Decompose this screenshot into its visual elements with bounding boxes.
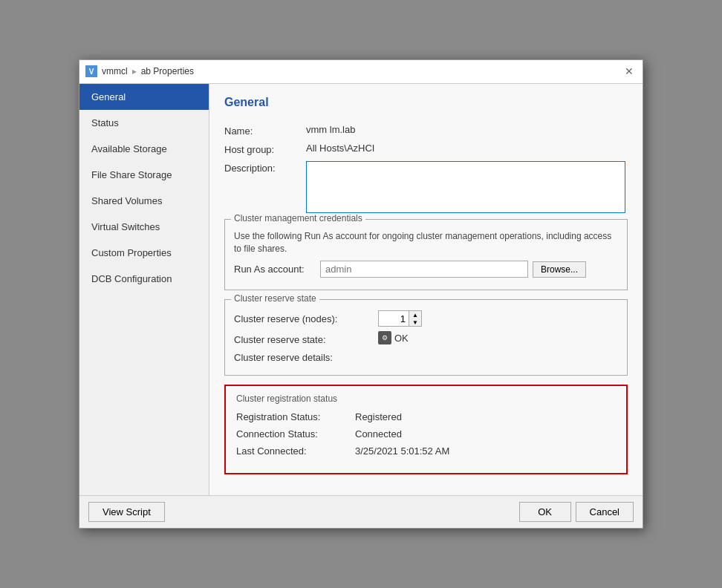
sidebar-item-virtual-switches[interactable]: Virtual Switches — [79, 214, 209, 240]
host-group-row: Host group: All Hosts\AzHCI — [224, 143, 628, 155]
sidebar-item-status[interactable]: Status — [79, 110, 209, 136]
connection-status-value: Connected — [355, 428, 402, 440]
credentials-note: Use the following Run As account for ong… — [234, 230, 618, 255]
registration-status-box: Cluster registration status Registration… — [224, 385, 628, 474]
sidebar-item-general[interactable]: General — [79, 84, 209, 110]
reserve-group-title: Cluster reserve state — [231, 293, 319, 304]
dialog-title: ab Properties — [141, 66, 194, 76]
status-icon: ⚙ — [378, 331, 391, 344]
run-as-label: Run As account: — [234, 264, 316, 275]
title-bar: V vmmcl ▸ ab Properties ✕ — [79, 60, 643, 84]
spin-up-button[interactable]: ▲ — [409, 311, 421, 318]
main-content: General Name: vmm lm.lab Host group: All… — [209, 84, 643, 496]
spinbox-arrows: ▲ ▼ — [409, 311, 421, 326]
properties-dialog: V vmmcl ▸ ab Properties ✕ General Status… — [79, 59, 643, 529]
sidebar-item-available-storage[interactable]: Available Storage — [79, 136, 209, 162]
sidebar-item-dcb-configuration[interactable]: DCB Configuration — [79, 266, 209, 292]
reserve-content: Cluster reserve (nodes): ▲ ▼ Cluster res… — [234, 310, 618, 363]
host-group-value: All Hosts\AzHCI — [306, 143, 374, 154]
run-as-input[interactable] — [320, 261, 528, 278]
connection-status-row: Connection Status: Connected — [236, 428, 616, 440]
dialog-body: General Status Available Storage File Sh… — [79, 84, 643, 496]
credentials-group-title: Cluster management credentials — [231, 213, 365, 223]
title-separator: ▸ — [132, 66, 137, 76]
reserve-group: Cluster reserve state Cluster reserve (n… — [224, 299, 628, 376]
host-group-label: Host group: — [224, 143, 306, 155]
name-label: Name: — [224, 124, 306, 137]
sidebar-item-custom-properties[interactable]: Custom Properties — [79, 240, 209, 266]
app-name: vmmcl — [102, 66, 128, 76]
registration-status-row: Registration Status: Registered — [236, 411, 616, 422]
section-title: General — [224, 96, 628, 112]
sidebar: General Status Available Storage File Sh… — [79, 84, 209, 496]
reserve-state-row: Cluster reserve state: ⚙ OK — [234, 331, 618, 347]
browse-button[interactable]: Browse... — [533, 261, 586, 278]
reserve-details-row: Cluster reserve details: — [234, 352, 618, 363]
registration-status-label: Registration Status: — [236, 411, 355, 422]
reserve-nodes-value[interactable] — [379, 312, 409, 326]
name-row: Name: vmm lm.lab — [224, 124, 628, 137]
description-row: Description: — [224, 161, 628, 213]
description-input[interactable] — [306, 161, 625, 213]
reserve-details-label: Cluster reserve details: — [234, 352, 375, 363]
reserve-state-status: ⚙ OK — [378, 331, 409, 344]
title-bar-left: V vmmcl ▸ ab Properties — [85, 65, 194, 77]
last-connected-row: Last Connected: 3/25/2021 5:01:52 AM — [236, 445, 616, 457]
close-button[interactable]: ✕ — [622, 64, 637, 79]
reserve-state-value: OK — [394, 333, 409, 344]
run-as-row: Run As account: Browse... — [234, 261, 618, 278]
name-value: vmm lm.lab — [306, 124, 355, 135]
connection-status-label: Connection Status: — [236, 428, 355, 440]
registration-status-title: Cluster registration status — [236, 393, 616, 404]
sidebar-item-shared-volumes[interactable]: Shared Volumes — [79, 188, 209, 214]
sidebar-item-file-share-storage[interactable]: File Share Storage — [79, 162, 209, 188]
last-connected-label: Last Connected: — [236, 445, 355, 457]
app-icon: V — [85, 65, 97, 77]
reserve-nodes-label: Cluster reserve (nodes): — [234, 313, 375, 324]
registration-status-value: Registered — [355, 411, 402, 422]
reserve-nodes-spinbox: ▲ ▼ — [378, 310, 422, 327]
spin-down-button[interactable]: ▼ — [409, 318, 421, 326]
footer: View Script OK Cancel — [79, 495, 643, 528]
credentials-content: Use the following Run As account for ong… — [234, 230, 618, 278]
reserve-nodes-row: Cluster reserve (nodes): ▲ ▼ — [234, 310, 618, 327]
cancel-button[interactable]: Cancel — [576, 502, 634, 522]
view-script-button[interactable]: View Script — [88, 502, 165, 522]
description-label: Description: — [224, 161, 306, 174]
ok-button[interactable]: OK — [519, 502, 571, 522]
credentials-group: Cluster management credentials Use the f… — [224, 219, 628, 291]
reserve-state-label: Cluster reserve state: — [234, 334, 375, 345]
footer-left: View Script — [88, 502, 165, 522]
footer-right: OK Cancel — [519, 502, 634, 522]
last-connected-value: 3/25/2021 5:01:52 AM — [355, 445, 449, 457]
